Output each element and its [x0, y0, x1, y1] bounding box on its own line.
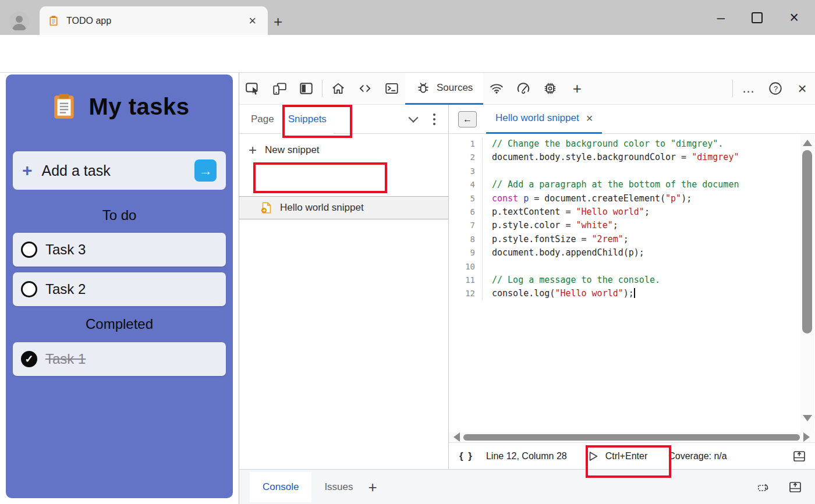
text-caret: [634, 288, 635, 298]
line-number[interactable]: 9: [449, 246, 483, 260]
scroll-down-icon[interactable]: [803, 415, 812, 421]
task-checkbox-checked[interactable]: ✓: [21, 351, 37, 367]
task-checkbox[interactable]: [21, 281, 37, 297]
task-checkbox[interactable]: [21, 242, 37, 258]
device-emulation-icon[interactable]: [266, 77, 293, 100]
scroll-up-icon[interactable]: [803, 140, 812, 146]
scroll-right-icon[interactable]: [803, 432, 810, 442]
address-toolbar: ← https://microsoftedge.github.io/Demos/…: [0, 35, 815, 73]
hide-navigator-icon[interactable]: ←: [458, 111, 477, 127]
scroll-left-icon[interactable]: [453, 432, 460, 442]
elements-panel-icon[interactable]: [352, 77, 378, 100]
devtools-drawer: Console Issues +: [239, 469, 815, 504]
snippet-item-hello-world[interactable]: Hello world snippet: [239, 196, 448, 219]
code-text: console.log("Hello world");: [483, 287, 635, 300]
dock-side-icon[interactable]: [293, 77, 320, 100]
memory-chip-icon[interactable]: [537, 77, 564, 100]
vertical-scrollbar[interactable]: [800, 134, 814, 432]
add-task-submit-button[interactable]: →: [194, 159, 217, 182]
snippet-file-icon: [260, 201, 273, 214]
line-number[interactable]: 3: [449, 165, 483, 178]
editor-status-bar: { } Line 12, Column 28 Ctrl+Enter Covera…: [449, 442, 815, 469]
run-snippet-button[interactable]: Ctrl+Enter: [587, 450, 647, 463]
new-tab-icon[interactable]: +: [274, 14, 282, 29]
code-line[interactable]: 11// Log a message to the console.: [449, 274, 815, 287]
window-minimize-icon[interactable]: –: [717, 10, 725, 24]
play-icon: [587, 450, 600, 463]
window-close-icon[interactable]: ×: [789, 10, 799, 26]
section-heading-todo: To do: [6, 207, 233, 223]
line-number[interactable]: 6: [449, 205, 483, 219]
pretty-print-icon[interactable]: { }: [459, 450, 473, 462]
code-lines: 1// Change the background color to "dimg…: [449, 134, 815, 301]
line-number[interactable]: 5: [449, 192, 483, 205]
code-line[interactable]: 10: [449, 260, 815, 274]
console-panel-icon[interactable]: [378, 77, 405, 100]
window-controls: – ×: [717, 0, 815, 35]
task-row-completed[interactable]: ✓ Task 1: [13, 342, 226, 376]
browser-tab-todo-app[interactable]: TODO app ×: [40, 6, 268, 35]
line-number[interactable]: 2: [449, 151, 483, 164]
line-number[interactable]: 4: [449, 178, 483, 191]
devtools-close-icon[interactable]: ×: [789, 77, 815, 100]
welcome-home-icon[interactable]: [325, 77, 352, 100]
code-line[interactable]: 9document.body.appendChild(p);: [449, 246, 815, 260]
restore-drawer-icon[interactable]: [756, 480, 771, 494]
vertical-scroll-thumb[interactable]: [802, 150, 812, 333]
svg-text:?: ?: [774, 84, 778, 93]
code-line[interactable]: 4// Add a paragraph at the bottom of the…: [449, 178, 815, 191]
devtools-menu-icon[interactable]: …: [735, 77, 762, 100]
add-task-input[interactable]: + Add a task →: [13, 151, 226, 190]
line-number[interactable]: 10: [449, 260, 483, 274]
horizontal-scrollbar[interactable]: [449, 432, 815, 442]
task-row[interactable]: Task 2: [13, 272, 226, 306]
inspect-element-icon[interactable]: [239, 77, 266, 100]
line-number[interactable]: 12: [449, 287, 483, 300]
navigator-menu-icon[interactable]: [433, 113, 435, 125]
task-row[interactable]: Task 3: [13, 233, 226, 267]
chevron-down-icon[interactable]: [409, 112, 419, 122]
tab-page[interactable]: Page: [244, 105, 281, 134]
tab-sources[interactable]: Sources: [405, 73, 483, 105]
code-line[interactable]: 3: [449, 165, 815, 178]
drawer-add-tab-icon[interactable]: +: [368, 480, 377, 495]
network-conditions-icon[interactable]: [483, 77, 510, 100]
editor-tab-hello-world[interactable]: Hello world snippet ×: [486, 105, 602, 134]
dock-drawer-icon[interactable]: [792, 449, 806, 463]
code-line[interactable]: 6p.textContent = "Hello world";: [449, 205, 815, 219]
code-line[interactable]: 5const p = document.createElement("p");: [449, 192, 815, 205]
profile-avatar[interactable]: [9, 12, 29, 31]
tab-title: TODO app: [66, 16, 245, 26]
tab-close-icon[interactable]: ×: [245, 15, 260, 27]
code-line[interactable]: 7p.style.color = "white";: [449, 219, 815, 232]
line-number[interactable]: 1: [449, 137, 483, 151]
window-maximize-icon[interactable]: [752, 12, 763, 23]
horizontal-scroll-thumb[interactable]: [463, 434, 800, 441]
coverage-status: Coverage: n/a: [668, 451, 727, 462]
more-tools-plus-icon[interactable]: +: [564, 77, 590, 100]
expand-drawer-icon[interactable]: [788, 480, 803, 494]
code-line[interactable]: 2document.body.style.backgroundColor = "…: [449, 151, 815, 164]
todo-header: My tasks: [6, 92, 233, 121]
drawer-tab-console[interactable]: Console: [250, 472, 311, 502]
section-heading-completed: Completed: [6, 316, 233, 332]
code-text: p.style.color = "white";: [483, 219, 618, 232]
line-number[interactable]: 11: [449, 274, 483, 287]
code-text: p.textContent = "Hello world";: [483, 205, 650, 219]
code-line[interactable]: 1// Change the background color to "dimg…: [449, 137, 815, 151]
editor-tab-close-icon[interactable]: ×: [586, 112, 593, 124]
navigator-tab-bar: Page Snippets: [239, 105, 448, 134]
code-editor[interactable]: 1// Change the background color to "dimg…: [449, 134, 815, 432]
cursor-position: Line 12, Column 28: [486, 451, 567, 462]
help-icon[interactable]: ?: [762, 77, 789, 100]
performance-gauge-icon[interactable]: [510, 77, 537, 100]
tab-snippets[interactable]: Snippets: [281, 105, 334, 134]
new-snippet-button[interactable]: + New snippet: [239, 139, 448, 162]
tab-strip: TODO app × + – ×: [0, 0, 815, 35]
drawer-tab-issues[interactable]: Issues: [311, 481, 366, 493]
line-number[interactable]: 7: [449, 219, 483, 232]
code-line[interactable]: 8p.style.fontSize = "2rem";: [449, 233, 815, 246]
toolbar-divider: [732, 80, 733, 97]
code-line[interactable]: 12console.log("Hello world");: [449, 287, 815, 300]
line-number[interactable]: 8: [449, 233, 483, 246]
